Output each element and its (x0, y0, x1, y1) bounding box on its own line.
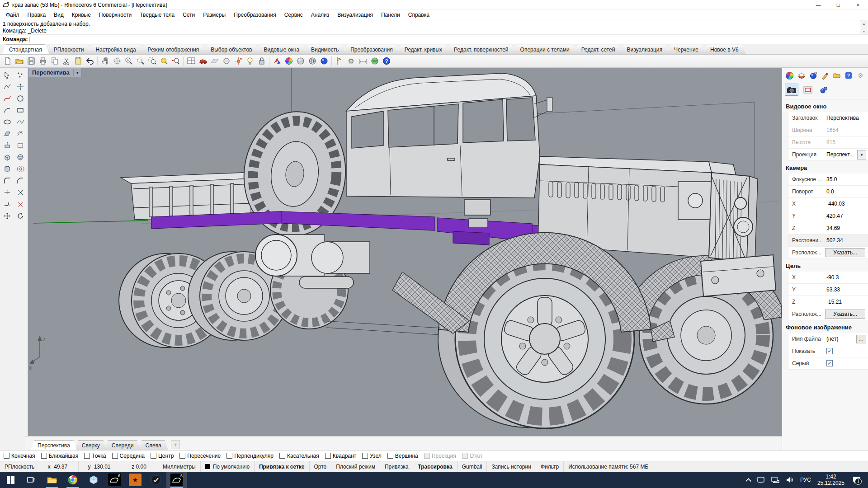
osnap-near[interactable]: Ближайшая (41, 453, 79, 459)
osnap-toggle[interactable]: Привязка (380, 461, 413, 472)
viewport-tab-perspective[interactable]: Перспектива (31, 440, 77, 450)
lock-icon[interactable] (256, 56, 267, 67)
checkbox[interactable] (279, 453, 285, 459)
help-tab-icon[interactable]: ? (844, 70, 854, 80)
osnap-disable[interactable]: Откл (462, 453, 482, 459)
minimize-button[interactable]: — (808, 0, 828, 10)
circle-center-icon[interactable] (221, 56, 232, 67)
projection-dropdown-button[interactable]: ▾ (857, 150, 866, 160)
checkbox[interactable] (325, 453, 331, 459)
scroll-down-icon[interactable]: ▼ (863, 28, 866, 35)
checkbox[interactable] (179, 453, 185, 459)
freeform-curve-icon[interactable] (14, 116, 26, 127)
move-tool-icon[interactable] (1, 210, 13, 221)
property-row[interactable]: Z34.69 (782, 222, 868, 235)
tab-transform[interactable]: Преобразования (343, 45, 400, 54)
filter-toggle[interactable]: Фильтр (536, 461, 564, 472)
menu-view[interactable]: Вид (50, 10, 68, 19)
tab-render-tools[interactable]: Визуализация (619, 45, 670, 54)
wireframe-sphere-icon[interactable] (307, 56, 318, 67)
tab-mesh-tools[interactable]: Редакт. сетей (574, 45, 623, 54)
units-button[interactable]: Миллиметры (158, 461, 201, 472)
curve-icon[interactable] (1, 93, 13, 104)
extrude-icon[interactable] (1, 140, 13, 151)
target-place-button[interactable]: Указать... (825, 310, 865, 319)
osnap-mid[interactable]: Середина (112, 453, 145, 459)
smarttrack-toggle[interactable]: Трассировка (413, 461, 457, 472)
network-icon[interactable] (771, 476, 779, 483)
property-row[interactable]: Фокусное ...35.0 (782, 174, 868, 186)
tablet-mode-icon[interactable] (757, 476, 765, 483)
menu-curves[interactable]: Кривые (68, 10, 95, 19)
options-car-icon[interactable] (197, 56, 208, 67)
gumball-toggle[interactable]: Gumball (458, 461, 487, 472)
projection-row[interactable]: Проекция Перспект... ▾ (782, 149, 868, 161)
render-icon[interactable] (271, 56, 283, 67)
rotate-tool-icon[interactable] (14, 210, 26, 221)
gumball-icon[interactable] (232, 56, 244, 67)
osnap-point[interactable]: Точка (84, 453, 106, 459)
sweep-icon[interactable] (14, 128, 26, 139)
tab-display[interactable]: Режим отображения (141, 45, 207, 54)
settings-gear-icon[interactable]: ⚙ (345, 56, 357, 67)
surface-icon[interactable] (1, 128, 13, 139)
checkbox[interactable] (462, 453, 468, 459)
properties-tab-icon[interactable] (785, 70, 794, 80)
task-view-button[interactable] (21, 472, 42, 488)
language-indicator[interactable]: РУС (800, 477, 811, 483)
materials-tab-icon[interactable] (820, 70, 830, 80)
cad-cube-app-button[interactable] (83, 472, 104, 488)
checkbox[interactable] (387, 453, 393, 459)
viewport-tab-top[interactable]: Сверху (75, 440, 107, 450)
checkbox[interactable] (112, 453, 118, 459)
menu-dimensions[interactable]: Размеры (199, 10, 230, 19)
viewport-title-chip[interactable]: Перспектива ▾ (28, 68, 82, 77)
osnap-perpendicular[interactable]: Перпендикуляр (226, 453, 274, 459)
camera-place-button[interactable]: Указать... (825, 248, 865, 257)
lamp-icon[interactable] (244, 56, 255, 67)
menu-solids[interactable]: Твердые тела (136, 10, 179, 19)
perspective-viewport[interactable]: Перспектива ▾ (28, 68, 782, 436)
menu-render[interactable]: Визуализация (333, 10, 377, 19)
tab-cplanes[interactable]: РПлоскости (47, 45, 91, 54)
truck-wireframe-canvas[interactable]: z x (28, 68, 782, 436)
print-icon[interactable] (37, 56, 48, 67)
tab-new-in-v6[interactable]: Новое в V6 (703, 45, 746, 54)
viewport-menu-chevron-icon[interactable]: ▾ (73, 69, 81, 76)
tab-select[interactable]: Выбор объектов (203, 45, 259, 54)
cut-icon[interactable] (61, 56, 72, 67)
notifications-button[interactable]: 1 (851, 474, 863, 486)
tab-surface-tools[interactable]: Редакт. поверхностей (447, 45, 515, 54)
viewport-props-icon[interactable] (801, 84, 815, 96)
property-row[interactable]: X-90.3 (782, 272, 868, 284)
zoom-window-icon[interactable] (146, 56, 158, 67)
explode-icon[interactable] (14, 198, 26, 210)
tab-curve-tools[interactable]: Редакт. кривых (397, 45, 449, 54)
property-row[interactable]: X-440.03 (782, 198, 868, 210)
flag-icon[interactable] (334, 56, 345, 67)
cplane-button[interactable]: РПлоскость (0, 461, 37, 472)
panel-gear-icon[interactable]: ⚙ (856, 70, 865, 80)
property-row[interactable]: Z-15.21 (782, 296, 868, 308)
command-history[interactable]: 1 поверхность добавлена в набор. Команда… (0, 20, 868, 34)
fillet-icon[interactable] (1, 175, 13, 186)
osnap-intersection[interactable]: Пересечение (179, 453, 221, 459)
zoom-dynamic-icon[interactable] (135, 56, 146, 67)
paste-icon[interactable] (72, 56, 84, 67)
copy-icon[interactable] (49, 56, 60, 67)
chamfer-icon[interactable] (14, 175, 26, 186)
rendered-sphere-icon[interactable] (318, 56, 330, 67)
new-file-icon[interactable] (2, 56, 13, 67)
maximize-button[interactable]: □ (828, 0, 848, 10)
viewport-title[interactable]: Перспектива (28, 68, 73, 77)
move-widget-icon[interactable] (14, 81, 26, 92)
libraries-tab-icon[interactable] (832, 70, 842, 80)
osnap-vertex[interactable]: Вершина (387, 453, 418, 459)
box-icon[interactable] (1, 151, 13, 163)
orange-shield-app-button[interactable]: ★ (125, 472, 146, 488)
property-row[interactable]: Заголовок Перспектива (782, 112, 868, 124)
rhino-active-app-button[interactable]: 6 (166, 472, 187, 488)
close-button[interactable]: × (848, 0, 868, 10)
scroll-up-icon[interactable]: ▲ (863, 20, 866, 27)
rhino-app-button[interactable]: 6 (104, 472, 125, 488)
